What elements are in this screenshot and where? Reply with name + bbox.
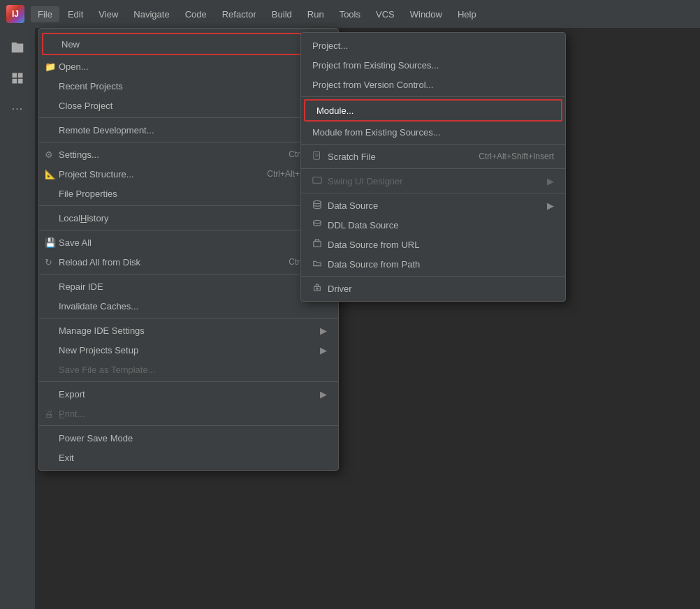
- print-icon: 🖨: [45, 409, 54, 419]
- submenu-sep-3: [301, 168, 565, 169]
- menubar: IJ File Edit View Navigate Code Refactor…: [0, 0, 700, 28]
- svg-rect-0: [13, 73, 17, 78]
- save-all-icon: 💾: [45, 237, 56, 248]
- svg-rect-1: [18, 73, 23, 78]
- menu-item-new-projects[interactable]: New Projects Setup ▶: [39, 340, 338, 360]
- menu-item-local-history[interactable]: Local History ▶: [39, 208, 338, 228]
- menu-item-recent[interactable]: Recent Projects ▶: [39, 76, 338, 96]
- separator-5: [39, 274, 338, 274]
- ddl-source-icon: [312, 219, 322, 231]
- menu-item-project-structure[interactable]: 📐 Project Structure... Ctrl+Alt+Shift+S: [39, 164, 338, 184]
- separator-2: [39, 142, 338, 142]
- svg-point-12: [316, 288, 318, 289]
- menu-item-print[interactable]: 🖨 Print...: [39, 404, 338, 423]
- sidebar-more-icon[interactable]: ···: [5, 96, 30, 122]
- menu-item-open[interactable]: 📁 Open...: [39, 57, 338, 76]
- sidebar: ···: [0, 28, 35, 609]
- menu-item-invalidate[interactable]: Invalidate Caches...: [39, 296, 338, 316]
- menu-item-remote[interactable]: Remote Development... ▶: [39, 120, 338, 140]
- submenu-swing-ui: Swing UI Designer ▶: [301, 171, 565, 191]
- swing-ui-icon: [312, 176, 322, 186]
- menu-item-manage-ide[interactable]: Manage IDE Settings ▶: [39, 321, 338, 340]
- submenu-data-source-path[interactable]: Data Source from Path: [301, 254, 565, 274]
- settings-icon: ⚙: [45, 149, 53, 160]
- submenu-scratch[interactable]: Scratch File Ctrl+Alt+Shift+Insert: [301, 147, 565, 166]
- menubar-refactor[interactable]: Refactor: [215, 6, 263, 22]
- menu-item-power-save[interactable]: Power Save Mode: [39, 428, 338, 448]
- file-menu: New ▶ 📁 Open... Recent Projects ▶ Close …: [38, 28, 339, 471]
- menu-item-save-all[interactable]: 💾 Save All Ctrl+S: [39, 233, 338, 252]
- menu-item-close[interactable]: Close Project: [39, 96, 338, 115]
- data-source-arrow: ▶: [547, 200, 554, 211]
- separator-6: [39, 318, 338, 318]
- submenu-project-existing[interactable]: Project from Existing Sources...: [301, 55, 565, 75]
- submenu-module[interactable]: Module...: [305, 101, 561, 120]
- menubar-window[interactable]: Window: [403, 6, 449, 22]
- svg-rect-2: [13, 79, 17, 84]
- submenu-sep-5: [301, 276, 565, 277]
- data-source-url-icon: [312, 239, 322, 251]
- open-folder-icon: 📁: [45, 61, 56, 72]
- svg-rect-3: [18, 79, 23, 84]
- scratch-icon: [312, 151, 322, 163]
- menubar-navigate[interactable]: Navigate: [126, 6, 176, 22]
- svg-rect-7: [313, 177, 321, 183]
- export-arrow: ▶: [320, 389, 327, 399]
- sidebar-modules-icon[interactable]: [5, 66, 30, 91]
- separator-8: [39, 425, 338, 426]
- menu-item-save-template: Save File as Template...: [39, 360, 338, 379]
- submenu-data-source[interactable]: Data Source ▶: [301, 196, 565, 215]
- module-highlighted-wrapper: Module...: [304, 99, 562, 122]
- menubar-edit[interactable]: Edit: [61, 6, 90, 22]
- menubar-build[interactable]: Build: [265, 6, 299, 22]
- submenu-sep-2: [301, 144, 565, 145]
- new-item-wrapper: New ▶: [42, 33, 335, 55]
- menubar-view[interactable]: View: [92, 6, 125, 22]
- submenu-driver[interactable]: Driver: [301, 279, 565, 298]
- reload-icon: ↻: [45, 257, 52, 267]
- submenu-project[interactable]: Project...: [301, 36, 565, 55]
- menu-item-export[interactable]: Export ▶: [39, 384, 338, 404]
- app-logo: IJ: [6, 4, 25, 24]
- menubar-code[interactable]: Code: [178, 6, 214, 22]
- separator-3: [39, 205, 338, 206]
- submenu-project-vcs[interactable]: Project from Version Control...: [301, 75, 565, 94]
- menu-item-reload[interactable]: ↻ Reload All from Disk Ctrl+Alt+Y: [39, 252, 338, 272]
- menubar-run[interactable]: Run: [300, 6, 331, 22]
- app-logo-box: IJ: [6, 5, 24, 23]
- submenu-sep-1: [301, 96, 565, 97]
- menubar-help[interactable]: Help: [451, 6, 483, 22]
- menu-item-settings[interactable]: ⚙ Settings... Ctrl+Alt+S: [39, 145, 338, 164]
- driver-icon: [312, 283, 322, 295]
- submenu-sep-4: [301, 193, 565, 193]
- separator-7: [39, 381, 338, 382]
- svg-point-8: [314, 200, 321, 203]
- svg-point-9: [314, 220, 321, 223]
- submenu-ddl-source[interactable]: DDL Data Source: [301, 215, 565, 235]
- separator-4: [39, 230, 338, 230]
- manage-ide-arrow: ▶: [320, 325, 327, 336]
- data-source-icon: [312, 200, 322, 212]
- menu-item-repair[interactable]: Repair IDE: [39, 277, 338, 296]
- new-projects-arrow: ▶: [320, 345, 327, 355]
- data-source-path-icon: [312, 258, 322, 270]
- sidebar-folder-icon[interactable]: [5, 35, 30, 60]
- submenu-module-existing[interactable]: Module from Existing Sources...: [301, 122, 565, 142]
- project-structure-icon: 📐: [45, 169, 56, 179]
- menubar-tools[interactable]: Tools: [333, 6, 367, 22]
- scratch-shortcut: Ctrl+Alt+Shift+Insert: [479, 152, 554, 161]
- menubar-file[interactable]: File: [31, 6, 59, 22]
- menu-item-file-props[interactable]: File Properties ▶: [39, 184, 338, 203]
- menu-item-exit[interactable]: Exit: [39, 448, 338, 467]
- swing-ui-arrow: ▶: [547, 176, 554, 186]
- new-submenu: Project... Project from Existing Sources…: [300, 32, 566, 302]
- menubar-vcs[interactable]: VCS: [369, 6, 402, 22]
- separator-1: [39, 117, 338, 118]
- menu-item-new[interactable]: New ▶: [43, 34, 334, 54]
- submenu-data-source-url[interactable]: Data Source from URL: [301, 235, 565, 254]
- svg-rect-10: [314, 241, 321, 247]
- new-label: New: [61, 39, 80, 50]
